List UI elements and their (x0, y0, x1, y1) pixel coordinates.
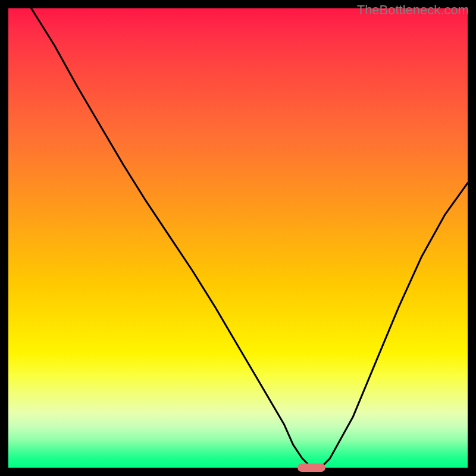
chart-marker (298, 464, 325, 472)
chart-plot-area (8, 8, 468, 468)
chart-curve (8, 8, 468, 468)
watermark-text: TheBottleneck.com (357, 2, 469, 18)
